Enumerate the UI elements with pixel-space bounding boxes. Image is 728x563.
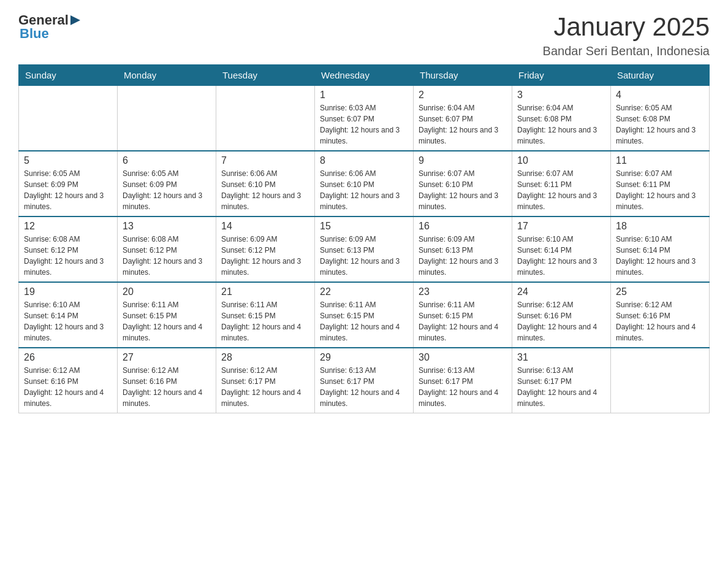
week-row-5: 26Sunrise: 6:12 AMSunset: 6:16 PMDayligh… (19, 348, 710, 413)
day-info: Sunrise: 6:10 AMSunset: 6:14 PMDaylight:… (517, 234, 605, 278)
day-info: Sunrise: 6:12 AMSunset: 6:17 PMDaylight:… (221, 365, 309, 409)
calendar-cell: 17Sunrise: 6:10 AMSunset: 6:14 PMDayligh… (512, 216, 611, 282)
day-number: 17 (517, 221, 605, 232)
day-number: 24 (517, 286, 605, 297)
day-number: 21 (221, 286, 309, 297)
calendar-cell: 25Sunrise: 6:12 AMSunset: 6:16 PMDayligh… (611, 282, 710, 348)
svg-marker-0 (70, 15, 80, 25)
calendar-cell: 10Sunrise: 6:07 AMSunset: 6:11 PMDayligh… (512, 151, 611, 216)
calendar-cell: 30Sunrise: 6:13 AMSunset: 6:17 PMDayligh… (414, 348, 512, 413)
header-day-thursday: Thursday (414, 65, 512, 86)
day-info: Sunrise: 6:07 AMSunset: 6:10 PMDaylight:… (419, 168, 507, 212)
calendar-cell: 14Sunrise: 6:09 AMSunset: 6:12 PMDayligh… (216, 216, 315, 282)
day-info: Sunrise: 6:12 AMSunset: 6:16 PMDaylight:… (517, 299, 605, 343)
logo: General Blue (18, 12, 82, 42)
day-number: 25 (616, 286, 704, 297)
calendar-table: SundayMondayTuesdayWednesdayThursdayFrid… (18, 64, 710, 413)
day-number: 28 (221, 352, 309, 363)
calendar-cell: 31Sunrise: 6:13 AMSunset: 6:17 PMDayligh… (512, 348, 611, 413)
day-info: Sunrise: 6:06 AMSunset: 6:10 PMDaylight:… (320, 168, 408, 212)
logo-blue-text: Blue (20, 26, 49, 42)
day-info: Sunrise: 6:13 AMSunset: 6:17 PMDaylight:… (320, 365, 408, 409)
day-info: Sunrise: 6:04 AMSunset: 6:07 PMDaylight:… (419, 102, 507, 147)
calendar-cell: 23Sunrise: 6:11 AMSunset: 6:15 PMDayligh… (414, 282, 512, 348)
day-info: Sunrise: 6:05 AMSunset: 6:08 PMDaylight:… (616, 102, 704, 147)
day-number: 19 (24, 286, 112, 297)
calendar-cell: 28Sunrise: 6:12 AMSunset: 6:17 PMDayligh… (216, 348, 315, 413)
calendar-cell: 4Sunrise: 6:05 AMSunset: 6:08 PMDaylight… (611, 86, 710, 151)
day-info: Sunrise: 6:11 AMSunset: 6:15 PMDaylight:… (123, 299, 211, 343)
calendar-cell: 11Sunrise: 6:07 AMSunset: 6:11 PMDayligh… (611, 151, 710, 216)
calendar-cell: 27Sunrise: 6:12 AMSunset: 6:16 PMDayligh… (118, 348, 216, 413)
day-number: 12 (24, 221, 112, 232)
calendar-cell: 8Sunrise: 6:06 AMSunset: 6:10 PMDaylight… (315, 151, 414, 216)
day-number: 30 (419, 352, 507, 363)
day-info: Sunrise: 6:04 AMSunset: 6:08 PMDaylight:… (517, 102, 605, 147)
day-number: 23 (419, 286, 507, 297)
day-info: Sunrise: 6:13 AMSunset: 6:17 PMDaylight:… (517, 365, 605, 409)
calendar-cell (118, 86, 216, 151)
day-number: 18 (616, 221, 704, 232)
day-info: Sunrise: 6:09 AMSunset: 6:12 PMDaylight:… (221, 234, 309, 278)
day-number: 8 (320, 155, 408, 166)
day-info: Sunrise: 6:08 AMSunset: 6:12 PMDaylight:… (24, 234, 112, 278)
week-row-3: 12Sunrise: 6:08 AMSunset: 6:12 PMDayligh… (19, 216, 710, 282)
calendar-cell: 29Sunrise: 6:13 AMSunset: 6:17 PMDayligh… (315, 348, 414, 413)
day-info: Sunrise: 6:12 AMSunset: 6:16 PMDaylight:… (616, 299, 704, 343)
calendar-cell: 6Sunrise: 6:05 AMSunset: 6:09 PMDaylight… (118, 151, 216, 216)
calendar-cell: 26Sunrise: 6:12 AMSunset: 6:16 PMDayligh… (19, 348, 118, 413)
week-row-2: 5Sunrise: 6:05 AMSunset: 6:09 PMDaylight… (19, 151, 710, 216)
day-info: Sunrise: 6:09 AMSunset: 6:13 PMDaylight:… (320, 234, 408, 278)
day-number: 13 (123, 221, 211, 232)
day-number: 20 (123, 286, 211, 297)
calendar-title: January 2025 (543, 12, 710, 42)
day-info: Sunrise: 6:09 AMSunset: 6:13 PMDaylight:… (419, 234, 507, 278)
header-day-wednesday: Wednesday (315, 65, 414, 86)
calendar-cell: 13Sunrise: 6:08 AMSunset: 6:12 PMDayligh… (118, 216, 216, 282)
week-row-4: 19Sunrise: 6:10 AMSunset: 6:14 PMDayligh… (19, 282, 710, 348)
day-number: 2 (419, 90, 507, 101)
day-number: 27 (123, 352, 211, 363)
day-info: Sunrise: 6:06 AMSunset: 6:10 PMDaylight:… (221, 168, 309, 212)
day-number: 29 (320, 352, 408, 363)
calendar-cell (611, 348, 710, 413)
calendar-cell: 12Sunrise: 6:08 AMSunset: 6:12 PMDayligh… (19, 216, 118, 282)
day-number: 3 (517, 90, 605, 101)
day-info: Sunrise: 6:11 AMSunset: 6:15 PMDaylight:… (419, 299, 507, 343)
calendar-cell: 21Sunrise: 6:11 AMSunset: 6:15 PMDayligh… (216, 282, 315, 348)
day-info: Sunrise: 6:05 AMSunset: 6:09 PMDaylight:… (24, 168, 112, 212)
day-number: 1 (320, 90, 408, 101)
day-number: 9 (419, 155, 507, 166)
calendar-subtitle: Bandar Seri Bentan, Indonesia (543, 44, 710, 58)
day-info: Sunrise: 6:11 AMSunset: 6:15 PMDaylight:… (320, 299, 408, 343)
day-number: 16 (419, 221, 507, 232)
day-info: Sunrise: 6:12 AMSunset: 6:16 PMDaylight:… (24, 365, 112, 409)
header-row: SundayMondayTuesdayWednesdayThursdayFrid… (19, 65, 710, 86)
day-number: 7 (221, 155, 309, 166)
day-info: Sunrise: 6:07 AMSunset: 6:11 PMDaylight:… (517, 168, 605, 212)
day-info: Sunrise: 6:13 AMSunset: 6:17 PMDaylight:… (419, 365, 507, 409)
day-info: Sunrise: 6:10 AMSunset: 6:14 PMDaylight:… (616, 234, 704, 278)
calendar-cell: 15Sunrise: 6:09 AMSunset: 6:13 PMDayligh… (315, 216, 414, 282)
day-info: Sunrise: 6:08 AMSunset: 6:12 PMDaylight:… (123, 234, 211, 278)
calendar-cell: 19Sunrise: 6:10 AMSunset: 6:14 PMDayligh… (19, 282, 118, 348)
calendar-cell: 9Sunrise: 6:07 AMSunset: 6:10 PMDaylight… (414, 151, 512, 216)
calendar-cell: 16Sunrise: 6:09 AMSunset: 6:13 PMDayligh… (414, 216, 512, 282)
day-number: 14 (221, 221, 309, 232)
title-block: January 2025 Bandar Seri Bentan, Indones… (543, 12, 710, 58)
day-info: Sunrise: 6:03 AMSunset: 6:07 PMDaylight:… (320, 102, 408, 147)
calendar-cell: 22Sunrise: 6:11 AMSunset: 6:15 PMDayligh… (315, 282, 414, 348)
calendar-cell: 7Sunrise: 6:06 AMSunset: 6:10 PMDaylight… (216, 151, 315, 216)
day-number: 4 (616, 90, 704, 101)
day-number: 26 (24, 352, 112, 363)
header-day-monday: Monday (118, 65, 216, 86)
calendar-cell: 18Sunrise: 6:10 AMSunset: 6:14 PMDayligh… (611, 216, 710, 282)
day-info: Sunrise: 6:12 AMSunset: 6:16 PMDaylight:… (123, 365, 211, 409)
header-day-friday: Friday (512, 65, 611, 86)
day-number: 31 (517, 352, 605, 363)
day-number: 5 (24, 155, 112, 166)
day-number: 11 (616, 155, 704, 166)
day-info: Sunrise: 6:07 AMSunset: 6:11 PMDaylight:… (616, 168, 704, 212)
calendar-cell: 5Sunrise: 6:05 AMSunset: 6:09 PMDaylight… (19, 151, 118, 216)
day-info: Sunrise: 6:10 AMSunset: 6:14 PMDaylight:… (24, 299, 112, 343)
